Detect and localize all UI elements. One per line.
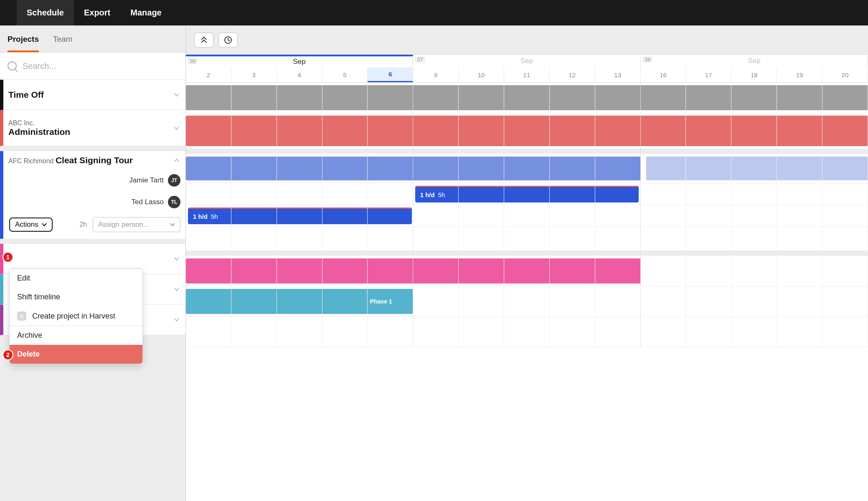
day-cell[interactable]: 5 — [322, 67, 368, 82]
timeline-gap — [186, 251, 868, 256]
timeline-gap — [186, 149, 868, 154]
timeline-row[interactable]: Phase 1 — [186, 286, 868, 317]
nav-manage[interactable]: Manage — [120, 0, 171, 25]
harvest-icon: ||| — [17, 311, 26, 321]
timeline-section-cleat: 1 h/d 5h 1 h/d 5h — [186, 154, 868, 251]
assignee-name: Ted Lasso — [132, 198, 164, 206]
assignee-name: Jamie Tartt — [129, 176, 164, 185]
timeline-row-actions — [186, 227, 868, 251]
annotation-1: 1 — [3, 252, 13, 263]
tab-team[interactable]: Team — [53, 35, 72, 52]
menu-edit[interactable]: Edit — [10, 269, 142, 288]
project-row-cleat-signing: AFC Richmond Cleat Signing Tour Jamie Ta… — [0, 151, 185, 239]
sidebar-tabs: Projects Team — [0, 25, 185, 53]
day-cell[interactable]: 3 — [231, 67, 277, 82]
menu-delete[interactable]: Delete — [10, 345, 142, 364]
day-cell[interactable]: 4 — [277, 67, 322, 82]
project-name: Cleat Signing Tour — [56, 155, 133, 165]
nav-schedule[interactable]: Schedule — [17, 0, 74, 25]
timeline-toolbar — [186, 25, 868, 55]
assignment-bar[interactable]: 1 h/d 5h — [415, 186, 639, 202]
week-cell[interactable]: 37 Sep — [413, 55, 640, 67]
actions-button[interactable]: Actions — [9, 218, 53, 232]
chevron-up-icon[interactable] — [174, 157, 180, 163]
hours-label: 2h — [79, 221, 87, 228]
timeline-row-assignee-tl[interactable]: 1 h/d 5h — [186, 205, 868, 227]
timeline-bar[interactable] — [186, 258, 641, 283]
search-icon — [8, 61, 17, 71]
day-cell[interactable]: 13 — [595, 67, 641, 82]
week-number: 38 — [642, 56, 652, 63]
avatar: TL — [168, 196, 180, 208]
timeline-row-time-off[interactable] — [186, 83, 868, 113]
assignee-row[interactable]: Jamie Tartt JT — [3, 170, 185, 191]
actions-menu: Edit Shift timeline ||| Create project i… — [9, 268, 143, 364]
chevron-down-icon — [42, 222, 47, 227]
timeline-row[interactable] — [186, 256, 868, 286]
timeline-bar[interactable] — [186, 85, 868, 110]
timeline-bar[interactable] — [186, 157, 641, 180]
chevron-down-icon — [170, 222, 175, 227]
day-cell[interactable]: 20 — [822, 67, 868, 82]
timeline-header: 36 Sep 37 Sep 38 Sep 2345691011121316171… — [186, 55, 868, 83]
nav-export[interactable]: Export — [74, 0, 120, 25]
week-label: Sep — [293, 58, 306, 66]
day-row: 234569101112131617181920 — [186, 67, 868, 82]
week-row: 36 Sep 37 Sep 38 Sep — [186, 55, 868, 67]
timeline-row-administration[interactable] — [186, 113, 868, 149]
project-row-header[interactable]: AFC Richmond Cleat Signing Tour — [3, 151, 185, 170]
top-nav: Schedule Export Manage — [0, 0, 868, 25]
chevron-down-icon[interactable] — [174, 286, 180, 292]
timeline-bar[interactable] — [186, 116, 868, 146]
chevron-down-icon[interactable] — [174, 256, 180, 262]
day-cell[interactable]: 2 — [186, 67, 231, 82]
sidebar: Projects Team Time Off ABC Inc. Adminis — [0, 25, 186, 501]
time-button[interactable] — [218, 33, 238, 48]
day-cell[interactable]: 9 — [413, 67, 459, 82]
day-cell[interactable]: 12 — [550, 67, 595, 82]
menu-label: Create project in Harvest — [32, 312, 115, 321]
day-cell[interactable]: 16 — [641, 67, 686, 82]
day-cell[interactable]: 17 — [686, 67, 731, 82]
assignee-row[interactable]: Ted Lasso TL — [3, 191, 185, 213]
timeline-bar[interactable]: Phase 1 — [186, 289, 413, 314]
assignment-bar[interactable]: 1 h/d 5h — [188, 207, 412, 224]
clock-icon — [224, 36, 232, 44]
timeline-row-project[interactable] — [186, 154, 868, 183]
timeline-row[interactable] — [186, 317, 868, 347]
chevron-down-icon[interactable] — [174, 92, 180, 98]
day-cell[interactable]: 19 — [777, 67, 822, 82]
actions-label: Actions — [15, 220, 38, 229]
row-gap — [0, 239, 185, 244]
tab-projects[interactable]: Projects — [8, 35, 39, 52]
search-input[interactable] — [23, 61, 178, 71]
client-name: ABC Inc. — [8, 119, 70, 127]
total-label: 5h — [438, 191, 445, 198]
menu-shift-timeline[interactable]: Shift timeline — [10, 288, 142, 306]
week-number: 37 — [415, 56, 425, 63]
day-cell[interactable]: 11 — [504, 67, 550, 82]
menu-create-harvest[interactable]: ||| Create project in Harvest — [10, 306, 142, 326]
week-cell[interactable]: 36 Sep — [186, 55, 413, 67]
project-row-time-off[interactable]: Time Off — [0, 80, 185, 110]
annotation-2: 2 — [3, 349, 13, 360]
timeline-row-assignee-jt[interactable]: 1 h/d 5h — [186, 183, 868, 205]
timeline: 36 Sep 37 Sep 38 Sep 2345691011121316171… — [186, 25, 868, 501]
collapse-all-button[interactable] — [194, 33, 213, 48]
project-row-administration[interactable]: ABC Inc. Administration — [0, 110, 185, 146]
week-cell[interactable]: 38 Sep — [641, 55, 868, 67]
chevron-down-icon[interactable] — [174, 317, 180, 323]
day-cell[interactable]: 18 — [731, 67, 777, 82]
actions-row: Actions 2h Assign person... — [3, 213, 185, 239]
rate-label: 1 h/d — [420, 191, 435, 198]
week-label: Sep — [520, 57, 533, 65]
day-cell[interactable]: 10 — [459, 67, 504, 82]
timeline-bar[interactable] — [646, 157, 868, 180]
client-name: AFC Richmond — [8, 157, 53, 164]
project-name: Administration — [8, 127, 70, 137]
menu-archive[interactable]: Archive — [10, 326, 142, 345]
total-label: 5h — [211, 213, 218, 220]
day-cell[interactable]: 6 — [368, 67, 413, 82]
assign-person-dropdown[interactable]: Assign person... — [93, 217, 180, 232]
chevron-down-icon[interactable] — [174, 125, 180, 131]
